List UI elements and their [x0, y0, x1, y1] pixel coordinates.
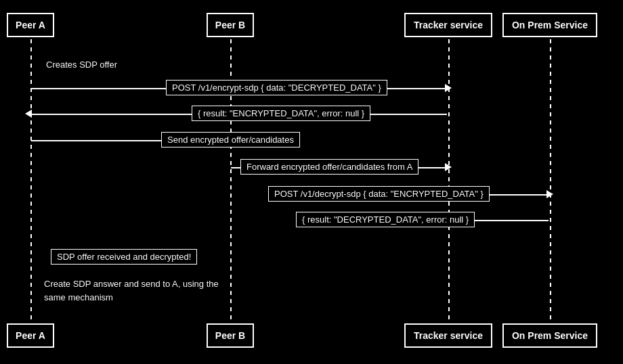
label-post-encrypt: POST /v1/encrypt-sdp { data: "DECRYPTED_… — [166, 80, 387, 95]
actor-peer-b-top: Peer B — [207, 13, 254, 37]
actor-tracker-top: Tracker service — [404, 13, 492, 37]
note-creates-sdp: Creates SDP offer — [46, 60, 117, 70]
actor-peer-a-bot: Peer A — [7, 323, 54, 348]
label-forward-encrypted: Forward encrypted offer/candidates from … — [240, 159, 418, 175]
lifeline-peer-a — [30, 39, 32, 323]
sequence-diagram: Peer A Peer B Tracker service On Prem Se… — [0, 0, 623, 364]
arrowhead-result-encrypted — [25, 110, 32, 118]
lifeline-onprem — [550, 39, 551, 323]
label-send-encrypted: Send encrypted offer/candidates — [161, 132, 300, 147]
label-post-decrypt: POST /v1/decrypt-sdp { data: "ENCRYPTED_… — [268, 186, 490, 202]
actor-peer-b-bot: Peer B — [207, 323, 254, 348]
note-sdp-received: SDP offer received and decrypted! — [51, 249, 197, 265]
arrowhead-post-decrypt — [546, 190, 553, 198]
note-create-answer: Create SDP answer and send to A, using t… — [44, 277, 223, 304]
lifeline-tracker — [448, 39, 450, 323]
actor-onprem-top: On Prem Service — [502, 13, 597, 37]
label-result-encrypted: { result: "ENCRYPTED_DATA", error: null … — [192, 106, 370, 121]
arrowhead-forward-encrypted — [445, 163, 452, 171]
actor-onprem-bot: On Prem Service — [502, 323, 597, 348]
label-result-decrypted: { result: "DECRYPTED_DATA", error: null … — [296, 212, 475, 227]
arrowhead-post-encrypt — [445, 84, 452, 92]
actor-peer-a-top: Peer A — [7, 13, 54, 37]
actor-tracker-bot: Tracker service — [404, 323, 492, 348]
